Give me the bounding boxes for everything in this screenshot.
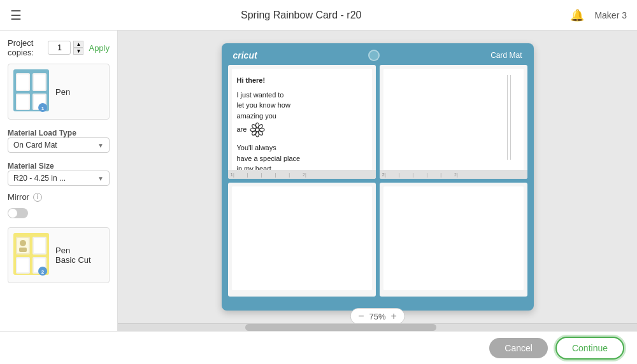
cricut-brand-label: cricut (233, 50, 257, 60)
material-size-value: R20 - 4.25 in ... (13, 174, 66, 183)
zoom-value: 75% (369, 312, 385, 321)
mat-2-label: Pen (55, 246, 91, 255)
header-right: 🔔 Maker 3 (570, 8, 627, 22)
menu-icon[interactable]: ☰ (10, 8, 22, 23)
svg-rect-19 (17, 258, 29, 272)
svg-text:1: 1 (41, 106, 45, 111)
footer: Cancel Continue (0, 331, 637, 364)
card-mat-grid: Hi there! I just wanted tolet you know h… (228, 65, 527, 297)
mat-2-card[interactable]: 2 Pen Basic Cut (8, 227, 110, 283)
card-slot-4-inner (383, 186, 524, 290)
material-load-type-label: Material Load Type (8, 129, 110, 137)
card-slot-1-ruler: 1 |||||2| (228, 170, 376, 179)
material-size-dropdown[interactable]: R20 - 4.25 in ... ▼ (8, 171, 110, 186)
cancel-button[interactable]: Cancel (489, 338, 548, 358)
material-load-type-section: Material Load Type On Card Mat ▼ (8, 126, 110, 153)
main-layout: Project copies: ▲ ▼ Apply (0, 31, 637, 331)
svg-rect-6 (17, 95, 29, 109)
copies-arrows: ▲ ▼ (73, 41, 83, 55)
material-size-chevron-icon: ▼ (97, 175, 104, 182)
card-slot-2-inner (383, 69, 524, 172)
card-slot-1-text: Hi there! I just wanted tolet you know h… (232, 69, 372, 179)
header-title: Spring Rainbow Card - r20 (32, 10, 570, 21)
mirror-label: Mirror (8, 192, 29, 202)
machine-label: Maker 3 (594, 10, 627, 20)
flower-icon (248, 121, 266, 139)
mat-1-label: Pen (55, 87, 70, 97)
material-load-value: On Card Mat (13, 141, 57, 150)
copies-up-button[interactable]: ▲ (73, 41, 83, 48)
continue-button[interactable]: Continue (555, 337, 624, 360)
card-slot-3 (228, 183, 376, 297)
card-slot-2-ruler: 2 |||||2| (380, 170, 527, 179)
mirror-info-icon[interactable]: i (33, 193, 42, 202)
svg-rect-4 (34, 74, 45, 90)
card-mat-hole (368, 50, 380, 61)
card-mat-type-label: Card Mat (490, 51, 522, 60)
zoom-in-button[interactable]: + (391, 311, 397, 321)
copies-down-button[interactable]: ▼ (73, 48, 83, 55)
project-copies-label: Project copies: (8, 38, 43, 57)
mat-2-labels: Pen Basic Cut (55, 246, 91, 265)
svg-rect-2 (17, 74, 29, 90)
mat-2-thumbnail: 2 (12, 232, 50, 276)
canvas-area: cricut Card Mat Hi there! I just wanted … (118, 31, 637, 331)
card-line-1: Hi there! (237, 75, 367, 86)
card-slot-1-inner: Hi there! I just wanted tolet you know h… (232, 69, 372, 172)
material-load-dropdown[interactable]: On Card Mat ▼ (8, 137, 110, 153)
svg-rect-17 (34, 238, 45, 253)
mat-1-thumbnail: 1 (12, 68, 50, 113)
mat-2-sublabel: Basic Cut (55, 255, 91, 265)
zoom-controls: − 75% + (350, 308, 405, 325)
card-line-2: I just wanted tolet you know howamazing … (237, 90, 367, 139)
material-size-section: Material Size R20 - 4.25 in ... ▼ (8, 159, 110, 186)
copies-input[interactable] (48, 41, 71, 55)
card-slot-2: 2 |||||2| (380, 65, 527, 179)
card-slot-3-inner (232, 186, 372, 290)
zoom-out-button[interactable]: − (358, 311, 364, 321)
material-size-label: Material Size (8, 162, 110, 171)
apply-button[interactable]: Apply (89, 43, 110, 53)
material-load-chevron-icon: ▼ (97, 142, 104, 149)
canvas-scrollbar[interactable] (118, 323, 637, 331)
canvas-scrollbar-thumb[interactable] (245, 324, 436, 331)
svg-point-32 (255, 128, 259, 132)
canvas-content: cricut Card Mat Hi there! I just wanted … (118, 31, 637, 323)
svg-rect-15 (19, 248, 27, 252)
svg-point-14 (20, 240, 26, 246)
card-slot-4 (380, 183, 527, 297)
card-mat: cricut Card Mat Hi there! I just wanted … (222, 43, 534, 311)
card-slot-1: Hi there! I just wanted tolet you know h… (228, 65, 376, 179)
bell-icon[interactable]: 🔔 (570, 8, 584, 22)
card-mat-header: cricut Card Mat (228, 50, 527, 65)
sidebar: Project copies: ▲ ▼ Apply (0, 31, 118, 331)
mat-1-card[interactable]: 1 Pen (8, 64, 110, 120)
project-copies-row: Project copies: ▲ ▼ Apply (8, 38, 110, 57)
mirror-row: Mirror i (8, 192, 110, 202)
header: ☰ Spring Rainbow Card - r20 🔔 Maker 3 (0, 0, 637, 31)
svg-text:2: 2 (41, 269, 45, 275)
mirror-toggle[interactable] (8, 208, 28, 218)
